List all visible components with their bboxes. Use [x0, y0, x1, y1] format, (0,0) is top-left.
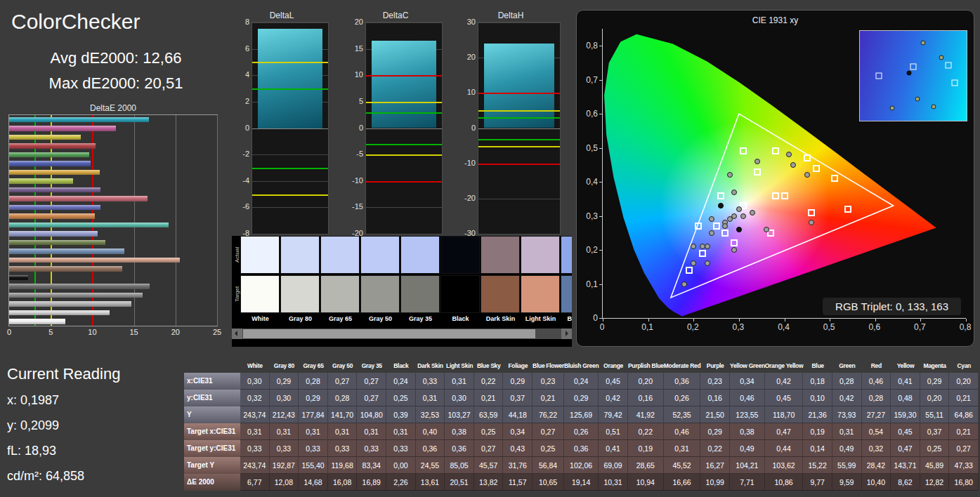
swatch-actual-cell[interactable] — [440, 236, 480, 274]
table-cell: 0,20 — [920, 390, 950, 406]
table-header-cell: Gray 65 — [299, 359, 328, 373]
table-cell: 0,33 — [270, 440, 299, 457]
table-cell: 0,28 — [328, 390, 358, 406]
swatch-target-cell[interactable] — [440, 275, 480, 313]
cie-y-tick-label: 0,1 — [586, 279, 598, 289]
y-tick-label: 10 — [467, 88, 476, 96]
swatch-name-label: Blue Sky — [561, 315, 572, 325]
table-cell: 0,34 — [503, 423, 533, 440]
gridline — [366, 234, 442, 234]
swatch-actual-cell[interactable] — [320, 236, 360, 274]
table-cell: 24,55 — [416, 457, 445, 474]
cie-measured-marker — [709, 230, 714, 236]
x-tick-label: 15 — [129, 328, 138, 336]
inset-circle-marker — [920, 40, 925, 45]
scroll-thumb[interactable] — [243, 329, 535, 338]
table-cell: 16,80 — [949, 474, 979, 491]
tick-mark — [599, 216, 602, 217]
inset-circle-marker — [939, 55, 943, 60]
table-cell: 0,31 — [832, 423, 862, 440]
swatch-target-cell[interactable] — [320, 275, 360, 313]
swatch-actual-cell[interactable] — [561, 236, 572, 274]
deltae-bar — [9, 117, 149, 123]
reference-line — [366, 102, 442, 103]
tick-mark — [966, 319, 967, 322]
swatch-actual-cell[interactable] — [280, 236, 320, 274]
swatch-target-cell[interactable] — [481, 275, 520, 313]
swatch-target-cell[interactable] — [561, 275, 572, 313]
y-tick-label: 30 — [467, 18, 476, 26]
swatch-actual-cell[interactable] — [521, 236, 560, 274]
table-cell: 0,39 — [386, 406, 416, 423]
table-cell: 0,38 — [730, 423, 765, 440]
cie-measured-marker — [681, 281, 687, 287]
swatch-target-cell[interactable] — [280, 275, 320, 313]
deltah-chart: DeltaH 3020100-10-20-30 — [458, 10, 563, 236]
table-header-cell: Gray 50 — [328, 359, 358, 373]
table-cell: 0,24 — [564, 373, 599, 390]
swatch-actual-cell[interactable] — [400, 236, 440, 274]
table-cell: 102,06 — [564, 457, 599, 474]
cie-title: CIE 1931 xy — [577, 15, 974, 26]
table-cell: 0,31 — [299, 423, 328, 440]
deltae-bar — [9, 258, 180, 263]
deltae-bar — [9, 301, 131, 307]
swatch-target-cell[interactable] — [360, 275, 400, 313]
cie-x-axis: 00,10,20,30,40,50,60,70,8 — [602, 322, 965, 333]
cie-target-marker — [804, 154, 811, 161]
table-cell: 0,25 — [533, 440, 564, 457]
table-cell: 73,93 — [832, 406, 862, 423]
cie-measured-marker — [809, 220, 814, 225]
cie-measured-marker — [731, 247, 737, 253]
table-row-label: Target Y — [184, 457, 240, 474]
scroll-left-arrow-icon[interactable] — [232, 329, 242, 339]
table-cell: 0,38 — [445, 423, 474, 440]
swatch-name-row: WhiteGray 80Gray 65Gray 50Gray 35BlackDa… — [240, 315, 572, 325]
x-tick-label: 0 — [7, 328, 11, 336]
scroll-right-arrow-icon[interactable] — [561, 329, 572, 339]
y-tick-label: 5 — [359, 97, 363, 105]
reading-cdm2: cd/m²: 64,858 — [7, 469, 120, 484]
cie-measured-marker — [718, 203, 724, 208]
gridline — [252, 154, 328, 155]
cie-y-tick-label: 0,2 — [586, 245, 598, 255]
gridline — [478, 199, 560, 199]
cie-measured-marker — [740, 213, 746, 219]
table-cell: 243,74 — [240, 406, 270, 423]
table-cell: 119,68 — [328, 457, 358, 474]
table-cell: 125,69 — [564, 406, 599, 423]
table-cell: 104,80 — [357, 406, 386, 423]
table-cell: 31,76 — [503, 457, 533, 474]
table-header-cell: Purplish Blue — [628, 359, 664, 373]
table-header-cell: Dark Skin — [416, 359, 445, 373]
table-row-label: ΔE 2000 — [184, 474, 240, 491]
tick-mark — [599, 46, 602, 46]
cie-target-marker — [781, 192, 788, 199]
swatch-target-cell[interactable] — [240, 275, 280, 313]
swatch-target-cell[interactable] — [400, 275, 440, 313]
table-cell: 76,22 — [533, 406, 564, 423]
swatch-name-label: Light Skin — [521, 315, 561, 325]
srgb-gamut-triangle — [671, 114, 894, 298]
cie-inset — [859, 30, 967, 121]
table-cell: 0,20 — [949, 373, 979, 390]
table-cell: 15,22 — [803, 457, 832, 474]
gridline — [366, 128, 442, 129]
table-cell: 0,36 — [416, 440, 445, 457]
swatch-actual-cell[interactable] — [481, 236, 520, 274]
deltae-bar — [9, 126, 116, 131]
swatch-target-cell[interactable] — [521, 275, 560, 313]
table-cell: 0,27 — [474, 440, 504, 457]
y-tick-label: -10 — [352, 176, 363, 185]
swatch-scrollbar[interactable] — [232, 329, 572, 339]
deltae-bar — [9, 205, 100, 211]
table-cell: 12,08 — [270, 474, 299, 491]
table-cell: 0,16 — [700, 390, 730, 406]
swatch-actual-cell[interactable] — [240, 236, 280, 274]
swatch-name-label: Dark Skin — [481, 315, 521, 325]
swatch-actual-cell[interactable] — [360, 236, 400, 274]
cie-y-tick-label: 0,5 — [586, 143, 598, 153]
y-tick-label: -2 — [242, 150, 249, 158]
table-cell: 0,18 — [803, 373, 832, 390]
table-cell: 0,30 — [240, 373, 270, 390]
